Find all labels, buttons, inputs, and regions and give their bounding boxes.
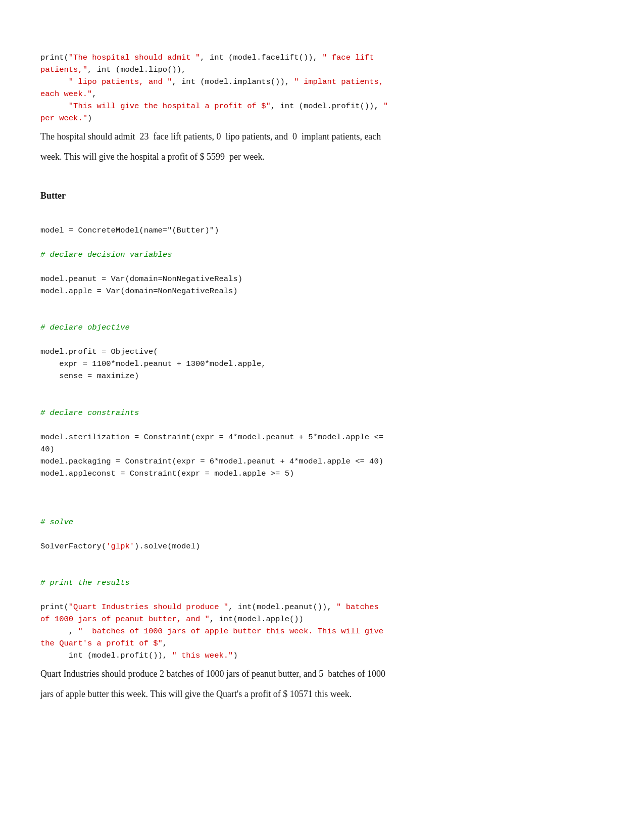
butter-output-text-1: Quart Industries should produce 2 batche… bbox=[40, 667, 604, 682]
code-print-keyword: print( bbox=[40, 53, 69, 62]
hospital-code-block: print("The hospital should admit ", int … bbox=[40, 39, 604, 124]
butter-section-title: Butter bbox=[40, 189, 604, 203]
butter-output-text-2: jars of apple butter this week. This wil… bbox=[40, 687, 604, 702]
butter-code-block: model = ConcreteModel(name="(Butter)") #… bbox=[40, 212, 604, 662]
hospital-output-text: The hospital should admit 23 face lift p… bbox=[40, 129, 604, 145]
code-string-1: "The hospital should admit " bbox=[69, 53, 200, 62]
hospital-output-text-2: week. This will give the hospital a prof… bbox=[40, 150, 604, 165]
